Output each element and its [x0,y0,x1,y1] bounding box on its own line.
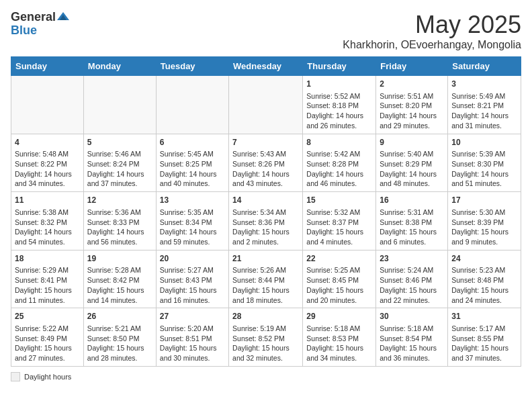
day-number: 20 [160,253,225,265]
calendar-cell: 30Sunrise: 5:18 AMSunset: 8:54 PMDayligh… [376,308,448,367]
day-info: Sunrise: 5:23 AMSunset: 8:48 PMDaylight:… [451,265,517,305]
day-info: Sunrise: 5:28 AMSunset: 8:42 PMDaylight:… [87,265,152,305]
day-number: 11 [15,195,80,206]
day-number: 29 [306,311,372,322]
day-number: 8 [306,137,372,148]
calendar-cell: 7Sunrise: 5:43 AMSunset: 8:26 PMDaylight… [229,134,303,192]
day-info: Sunrise: 5:30 AMSunset: 8:39 PMDaylight:… [451,208,517,247]
day-info: Sunrise: 5:38 AMSunset: 8:32 PMDaylight:… [15,208,80,247]
day-number: 25 [15,311,80,322]
calendar-cell: 21Sunrise: 5:26 AMSunset: 8:44 PMDayligh… [229,250,303,308]
column-header-sunday: Sunday [11,57,84,76]
day-info: Sunrise: 5:29 AMSunset: 8:41 PMDaylight:… [15,265,80,305]
page-header: General Blue May 2025 Kharkhorin, OEvoer… [11,11,521,51]
calendar-cell: 20Sunrise: 5:27 AMSunset: 8:43 PMDayligh… [156,250,228,308]
day-number: 7 [232,137,299,148]
calendar-cell: 9Sunrise: 5:40 AMSunset: 8:29 PMDaylight… [376,134,448,192]
calendar-cell: 1Sunrise: 5:52 AMSunset: 8:18 PMDaylight… [303,76,376,134]
column-header-thursday: Thursday [303,57,376,76]
day-info: Sunrise: 5:36 AMSunset: 8:33 PMDaylight:… [87,208,152,247]
day-number: 30 [380,311,444,322]
day-info: Sunrise: 5:18 AMSunset: 8:54 PMDaylight:… [380,324,444,363]
calendar-cell: 31Sunrise: 5:17 AMSunset: 8:55 PMDayligh… [448,308,521,367]
logo: General Blue [11,11,69,38]
day-number: 28 [232,311,299,322]
column-header-wednesday: Wednesday [229,57,303,76]
day-number: 27 [160,311,225,322]
day-number: 18 [15,253,80,265]
day-info: Sunrise: 5:39 AMSunset: 8:30 PMDaylight:… [451,149,517,189]
day-number: 5 [87,137,152,148]
day-number: 22 [306,253,372,265]
calendar-cell: 8Sunrise: 5:42 AMSunset: 8:28 PMDaylight… [303,134,376,192]
day-info: Sunrise: 5:40 AMSunset: 8:29 PMDaylight:… [380,149,444,189]
day-info: Sunrise: 5:34 AMSunset: 8:36 PMDaylight:… [232,208,299,247]
calendar-cell: 13Sunrise: 5:35 AMSunset: 8:34 PMDayligh… [156,192,228,250]
calendar-cell: 16Sunrise: 5:31 AMSunset: 8:38 PMDayligh… [376,192,448,250]
day-number: 1 [306,79,372,90]
calendar-cell: 4Sunrise: 5:48 AMSunset: 8:22 PMDaylight… [11,134,84,192]
day-number: 14 [232,195,299,206]
day-number: 2 [380,79,444,90]
calendar-cell: 23Sunrise: 5:24 AMSunset: 8:46 PMDayligh… [376,250,448,308]
calendar-cell [156,76,228,134]
column-header-saturday: Saturday [448,57,521,76]
logo-icon [57,11,69,23]
day-info: Sunrise: 5:48 AMSunset: 8:22 PMDaylight:… [15,149,80,189]
calendar-cell: 25Sunrise: 5:22 AMSunset: 8:49 PMDayligh… [11,308,84,367]
day-info: Sunrise: 5:24 AMSunset: 8:46 PMDaylight:… [380,265,444,305]
calendar-cell: 24Sunrise: 5:23 AMSunset: 8:48 PMDayligh… [448,250,521,308]
day-number: 21 [232,253,299,265]
calendar-cell: 15Sunrise: 5:32 AMSunset: 8:37 PMDayligh… [303,192,376,250]
day-info: Sunrise: 5:32 AMSunset: 8:37 PMDaylight:… [306,208,372,247]
day-info: Sunrise: 5:26 AMSunset: 8:44 PMDaylight:… [232,265,299,305]
day-info: Sunrise: 5:17 AMSunset: 8:55 PMDaylight:… [451,324,517,363]
day-number: 3 [451,79,517,90]
calendar-cell: 29Sunrise: 5:18 AMSunset: 8:53 PMDayligh… [303,308,376,367]
day-info: Sunrise: 5:22 AMSunset: 8:49 PMDaylight:… [15,324,80,363]
title-area: May 2025 Kharkhorin, OEvoerhangay, Mongo… [343,11,521,51]
day-number: 23 [380,253,444,265]
calendar-cell [83,76,156,134]
day-number: 6 [160,137,225,148]
calendar-cell [11,76,84,134]
day-number: 15 [306,195,372,206]
calendar-cell: 10Sunrise: 5:39 AMSunset: 8:30 PMDayligh… [448,134,521,192]
header-row: SundayMondayTuesdayWednesdayThursdayFrid… [11,57,521,76]
calendar-cell: 3Sunrise: 5:49 AMSunset: 8:21 PMDaylight… [448,76,521,134]
calendar-table: SundayMondayTuesdayWednesdayThursdayFrid… [11,56,521,367]
day-info: Sunrise: 5:51 AMSunset: 8:20 PMDaylight:… [380,91,444,131]
day-info: Sunrise: 5:21 AMSunset: 8:50 PMDaylight:… [87,324,152,363]
logo-blue: Blue [11,24,37,37]
daylight-box [11,372,20,381]
day-number: 24 [451,253,517,265]
day-info: Sunrise: 5:31 AMSunset: 8:38 PMDaylight:… [380,208,444,247]
subtitle: Kharkhorin, OEvoerhangay, Mongolia [343,39,521,51]
calendar-cell: 18Sunrise: 5:29 AMSunset: 8:41 PMDayligh… [11,250,84,308]
column-header-tuesday: Tuesday [156,57,228,76]
day-number: 31 [451,311,517,322]
week-row-2: 4Sunrise: 5:48 AMSunset: 8:22 PMDaylight… [11,134,521,192]
day-number: 13 [160,195,225,206]
calendar-cell: 26Sunrise: 5:21 AMSunset: 8:50 PMDayligh… [83,308,156,367]
day-info: Sunrise: 5:42 AMSunset: 8:28 PMDaylight:… [306,149,372,189]
calendar-cell: 14Sunrise: 5:34 AMSunset: 8:36 PMDayligh… [229,192,303,250]
column-header-friday: Friday [376,57,448,76]
day-info: Sunrise: 5:19 AMSunset: 8:52 PMDaylight:… [232,324,299,363]
week-row-3: 11Sunrise: 5:38 AMSunset: 8:32 PMDayligh… [11,192,521,250]
day-info: Sunrise: 5:20 AMSunset: 8:51 PMDaylight:… [160,324,225,363]
day-info: Sunrise: 5:27 AMSunset: 8:43 PMDaylight:… [160,265,225,305]
day-number: 9 [380,137,444,148]
calendar-cell: 5Sunrise: 5:46 AMSunset: 8:24 PMDaylight… [83,134,156,192]
column-header-monday: Monday [83,57,156,76]
day-info: Sunrise: 5:52 AMSunset: 8:18 PMDaylight:… [306,91,372,131]
day-info: Sunrise: 5:18 AMSunset: 8:53 PMDaylight:… [306,324,372,363]
day-info: Sunrise: 5:43 AMSunset: 8:26 PMDaylight:… [232,149,299,189]
calendar-cell: 6Sunrise: 5:45 AMSunset: 8:25 PMDaylight… [156,134,228,192]
day-number: 16 [380,195,444,206]
calendar-cell: 22Sunrise: 5:25 AMSunset: 8:45 PMDayligh… [303,250,376,308]
day-number: 10 [451,137,517,148]
day-info: Sunrise: 5:49 AMSunset: 8:21 PMDaylight:… [451,91,517,131]
calendar-cell [229,76,303,134]
footer-label: Daylight hours [24,373,71,381]
